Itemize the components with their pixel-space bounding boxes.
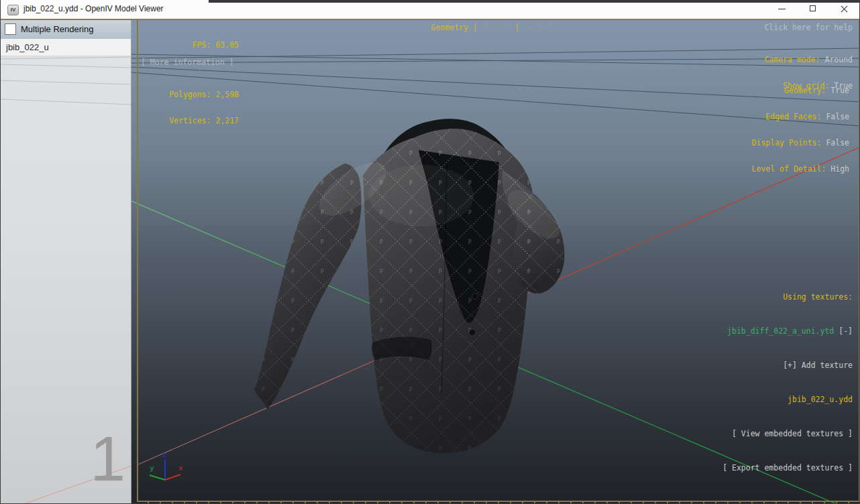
vertices-value: 2,217	[215, 116, 239, 125]
fps-row: FPS: 63.05	[158, 41, 239, 50]
render-index-label: 1	[90, 427, 125, 491]
multiple-rendering-checkbox[interactable]	[5, 23, 16, 35]
tab-separator: |	[515, 23, 519, 32]
axis-x-label: x	[178, 464, 183, 472]
help-link[interactable]: Click here for help	[764, 23, 853, 32]
geometry-value: True	[830, 86, 849, 95]
model-file-label: jbib_022_u.ydd	[722, 394, 853, 405]
model-viewport[interactable]: P	[131, 20, 860, 504]
grid-horizon-lines	[131, 48, 860, 126]
display-points-value: False	[826, 138, 849, 147]
jacket-pocket	[372, 336, 433, 361]
tab-separator: |	[473, 23, 478, 32]
using-textures-heading: Using textures:	[722, 292, 853, 303]
minimize-icon	[778, 9, 786, 9]
model-list-item[interactable]: jbib_022_u	[1, 39, 131, 56]
close-button[interactable]	[828, 0, 859, 17]
lod-value: High	[830, 164, 849, 174]
remove-texture-button[interactable]: [-]	[839, 326, 853, 336]
view-mode-tabs: Geometry | Bounds | Skeleton	[131, 23, 860, 32]
polygons-value: 2,598	[215, 90, 239, 99]
render-stats: FPS: 63.05 Polygons: 2,598 Vertices: 2,2…	[158, 23, 239, 143]
polygons-row: Polygons: 2,598	[158, 90, 239, 99]
multiple-rendering-label: Multiple Rendering	[21, 24, 93, 34]
background-window-strip	[209, 0, 859, 3]
openiv-model-viewer-window: IV jbib_022_u.ydd - OpenIV Model Viewer	[0, 0, 860, 504]
maximize-button[interactable]	[798, 0, 828, 17]
jacket-button	[472, 294, 478, 300]
add-texture-button[interactable]: [+] Add texture	[722, 360, 853, 371]
axis-y-label: y	[150, 464, 154, 472]
display-settings: Geometry: True Edged Faces: False Displa…	[752, 69, 849, 191]
axis-z-label: z	[162, 450, 167, 459]
minimize-button[interactable]	[767, 0, 798, 17]
export-embedded-textures-button[interactable]: [ Export embedded textures ]	[722, 462, 853, 474]
fps-value: 63.05	[215, 40, 239, 50]
sidebar-header: Multiple Rendering	[1, 20, 131, 39]
tab-skeleton[interactable]: Skeleton	[524, 23, 561, 32]
edged-faces-value: False	[826, 112, 849, 121]
texture-file-link[interactable]: jbib_diff_022_a_uni.ytd	[727, 326, 834, 336]
window-title: jbib_022_u.ydd - OpenIV Model Viewer	[23, 4, 164, 13]
maximize-icon	[810, 5, 816, 11]
main-area: P	[1, 19, 860, 504]
axis-gizmo: z y x	[150, 450, 183, 480]
more-information-link[interactable]: [ More information ]	[141, 58, 233, 67]
jacket-button	[470, 330, 476, 336]
camera-mode-value: Around	[824, 55, 853, 64]
vertices-row: Vertices: 2,217	[158, 117, 239, 125]
model-list-sidebar: Multiple Rendering jbib_022_u 1	[1, 20, 131, 504]
app-icon: IV	[7, 5, 19, 15]
textures-panel: Using textures: jbib_diff_022_a_uni.ytd …	[722, 269, 853, 497]
tab-bounds[interactable]: Bounds	[482, 23, 510, 32]
view-embedded-textures-button[interactable]: [ View embedded textures ]	[722, 428, 853, 440]
title-bar[interactable]: IV jbib_022_u.ydd - OpenIV Model Viewer	[1, 0, 859, 19]
jacket-model[interactable]	[254, 119, 568, 453]
tab-geometry[interactable]: Geometry	[431, 23, 468, 32]
